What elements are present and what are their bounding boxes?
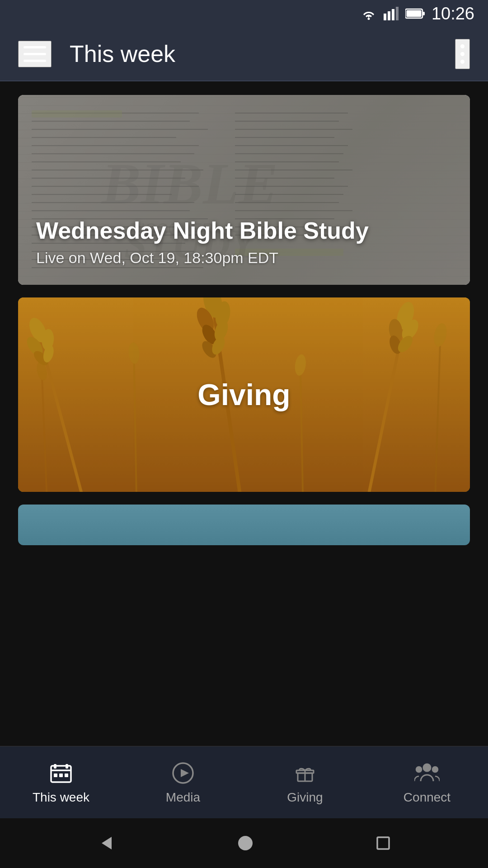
- recent-apps-button[interactable]: [375, 835, 391, 851]
- bible-study-card[interactable]: BIBLE STUDY DISCOVER Wednesday Night Bib…: [18, 95, 470, 285]
- svg-rect-83: [54, 774, 57, 777]
- svg-marker-94: [102, 837, 112, 849]
- status-icons: 10:26: [360, 4, 474, 24]
- nav-connect[interactable]: Connect: [366, 756, 488, 809]
- bible-study-subtitle: Live on Wed, Oct 19, 18:30pm EDT: [36, 249, 452, 267]
- gift-icon: [292, 760, 318, 786]
- nav-giving[interactable]: Giving: [244, 756, 366, 809]
- more-dot-3: [460, 60, 465, 64]
- svg-point-95: [238, 836, 253, 850]
- more-dot-1: [460, 44, 465, 48]
- more-options-button[interactable]: [455, 39, 470, 69]
- nav-this-week[interactable]: This week: [0, 756, 122, 809]
- more-dot-2: [460, 52, 465, 56]
- svg-rect-6: [422, 12, 425, 15]
- bible-card-content: Wednesday Night Bible Study Live on Wed,…: [18, 204, 470, 285]
- nav-media[interactable]: Media: [122, 756, 244, 809]
- status-bar: 10:26: [0, 0, 488, 27]
- svg-point-0: [367, 18, 370, 20]
- nav-connect-label: Connect: [404, 790, 450, 805]
- system-nav-bar: [0, 818, 488, 868]
- main-content: BIBLE STUDY DISCOVER Wednesday Night Bib…: [0, 81, 488, 746]
- svg-point-91: [423, 764, 431, 771]
- back-button[interactable]: [97, 834, 115, 852]
- home-button[interactable]: [237, 835, 253, 851]
- recent-apps-icon: [375, 835, 391, 851]
- calendar-icon: [48, 760, 74, 786]
- play-icon: [170, 760, 196, 786]
- svg-point-93: [432, 767, 438, 772]
- hamburger-button[interactable]: [18, 41, 52, 67]
- svg-rect-81: [54, 764, 56, 769]
- people-icon: [414, 760, 440, 786]
- nav-giving-label: Giving: [287, 790, 323, 805]
- hamburger-line-1: [23, 46, 46, 48]
- svg-marker-87: [181, 769, 189, 777]
- bible-study-title: Wednesday Night Bible Study: [36, 217, 452, 245]
- svg-rect-4: [396, 7, 399, 20]
- status-time: 10:26: [432, 4, 474, 24]
- svg-rect-82: [66, 764, 68, 769]
- svg-point-92: [416, 767, 422, 772]
- page-title: This week: [70, 40, 455, 67]
- nav-media-label: Media: [166, 790, 200, 805]
- nav-this-week-label: This week: [33, 790, 89, 805]
- back-arrow-icon: [97, 834, 115, 852]
- giving-card[interactable]: Giving: [18, 297, 470, 492]
- third-card[interactable]: [18, 505, 470, 545]
- bottom-nav: This week Media Giving: [0, 746, 488, 818]
- app-bar: This week: [0, 27, 488, 81]
- svg-rect-2: [388, 11, 390, 20]
- hamburger-line-3: [23, 60, 46, 62]
- battery-icon: [405, 8, 425, 19]
- svg-rect-96: [377, 837, 389, 849]
- signal-icon: [384, 7, 399, 20]
- giving-title: Giving: [197, 377, 290, 412]
- svg-rect-7: [406, 10, 421, 17]
- home-circle-icon: [237, 835, 253, 851]
- wifi-icon: [360, 7, 377, 20]
- giving-card-content: Giving: [197, 377, 290, 412]
- svg-rect-84: [59, 774, 63, 777]
- svg-rect-1: [384, 14, 386, 20]
- svg-rect-3: [392, 9, 394, 20]
- hamburger-line-2: [23, 53, 46, 55]
- svg-rect-85: [65, 774, 68, 777]
